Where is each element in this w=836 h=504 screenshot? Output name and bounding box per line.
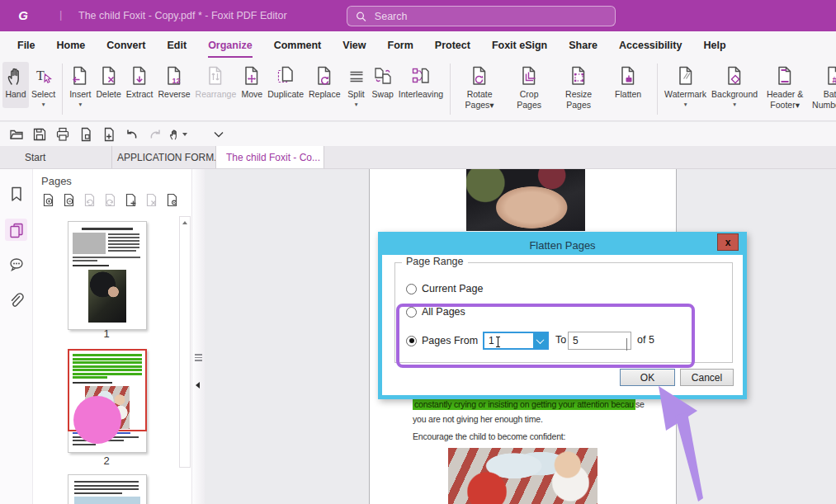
ribbon-bates-numbering-button[interactable]: # Bates Numbering▾ — [810, 62, 836, 118]
radio-current-page[interactable]: Current Page — [406, 283, 483, 294]
cancel-button[interactable]: Cancel — [680, 369, 734, 386]
menu-protect[interactable]: Protect — [424, 31, 481, 59]
more-tools-button[interactable] — [209, 125, 228, 144]
hand-icon — [5, 64, 26, 87]
caret-down-icon: ▾ — [355, 101, 358, 108]
search-box[interactable] — [347, 6, 616, 26]
radio-icon[interactable] — [406, 284, 417, 294]
zoom-out-thumbnails-button[interactable] — [62, 193, 76, 207]
page-thumbnail-3[interactable] — [68, 474, 147, 504]
menu-comment[interactable]: Comment — [263, 31, 333, 59]
menu-organize[interactable]: Organize — [197, 31, 263, 59]
svg-text:12: 12 — [172, 76, 181, 84]
rearrange-icon — [205, 64, 226, 87]
ribbon-resize-pages-button[interactable]: Resize Pages — [554, 62, 603, 118]
ribbon-interleaving-button[interactable]: Interleaving — [396, 62, 446, 108]
attachments-panel-button[interactable] — [5, 290, 27, 312]
svg-text:T: T — [36, 68, 45, 82]
hand-tool-button[interactable] — [168, 125, 187, 144]
ribbon-move-button[interactable]: Move — [239, 62, 265, 108]
print-button[interactable] — [53, 125, 72, 144]
bookmarks-panel-button[interactable] — [5, 182, 27, 205]
new-page-button[interactable] — [124, 193, 138, 207]
panel-splitter[interactable] — [191, 169, 205, 504]
menu-share[interactable]: Share — [558, 31, 608, 59]
tab-application-form[interactable]: APPLICATION FORM.pd... — [112, 146, 216, 168]
quick-access-toolbar — [0, 122, 836, 146]
page-setup-icon — [78, 127, 93, 142]
page-setup-button[interactable] — [76, 125, 95, 144]
menu-file[interactable]: File — [7, 31, 46, 59]
bookmark-icon — [8, 186, 25, 202]
comments-panel-button[interactable] — [5, 253, 27, 276]
splitter-grip-icon[interactable] — [195, 352, 202, 363]
split-icon — [346, 64, 367, 87]
ribbon-hand-button[interactable]: Hand — [2, 62, 29, 108]
ribbon-duplicate-button[interactable]: Duplicate — [265, 62, 306, 108]
menu-home[interactable]: Home — [46, 31, 97, 59]
ribbon-label: Move — [241, 89, 262, 100]
menu-accessibility[interactable]: Accessibility — [608, 31, 692, 59]
reverse-icon: 12 — [163, 64, 185, 87]
save-button[interactable] — [30, 125, 49, 144]
chevron-down-icon — [211, 127, 226, 142]
ribbon-rotate-pages-button[interactable]: Rotate Pages▾ — [455, 62, 504, 118]
tab-start[interactable]: Start — [0, 146, 112, 168]
tab-the-child-foxit[interactable]: The child Foxit - Co... × — [216, 146, 324, 168]
ribbon-extract-button[interactable]: Extract — [124, 62, 156, 108]
ribbon-background-button[interactable]: Background ▾ — [709, 62, 760, 108]
ribbon-watermark-button[interactable]: Watermark ▾ — [662, 62, 709, 108]
search-icon — [356, 11, 366, 22]
ribbon-label: Hand — [5, 89, 26, 100]
scroll-up-icon[interactable] — [182, 221, 187, 224]
collapse-panel-icon[interactable] — [196, 382, 200, 389]
menu-edit[interactable]: Edit — [157, 31, 198, 59]
page-properties-button[interactable] — [165, 193, 179, 207]
caret-down-icon: ▾ — [78, 101, 82, 108]
undo-button[interactable] — [122, 125, 141, 144]
pages-panel-button[interactable] — [5, 219, 27, 241]
ribbon-header-footer-button[interactable]: Header & Footer▾ — [760, 62, 810, 118]
menu-form[interactable]: Form — [377, 31, 424, 59]
page-number-label: 1 — [67, 327, 146, 340]
redo-button — [145, 125, 164, 144]
foxit-logo-icon: G — [15, 7, 31, 23]
menu-foxit-esign[interactable]: Foxit eSign — [481, 31, 558, 59]
ribbon-label: Bates Numbering▾ — [812, 89, 836, 110]
ribbon-replace-button[interactable]: Replace — [306, 62, 343, 108]
menu-convert[interactable]: Convert — [96, 31, 156, 59]
redacted-block — [73, 233, 106, 254]
create-page-button[interactable] — [99, 125, 118, 144]
pages-panel-toolbar — [41, 193, 179, 207]
ribbon-flatten-button[interactable]: Flatten — [603, 62, 653, 108]
ribbon-swap-button[interactable]: Swap — [370, 62, 396, 108]
interleaving-icon — [410, 64, 432, 87]
zoom-in-thumbnails-button[interactable] — [41, 193, 55, 207]
search-input[interactable] — [373, 10, 607, 23]
ribbon-crop-pages-button[interactable]: Crop Pages — [504, 62, 554, 118]
menu-view[interactable]: View — [332, 31, 376, 59]
flatten-pages-dialog: Flatten Pages x Page Range Current Page … — [378, 232, 747, 399]
radio-label: Current Page — [422, 283, 483, 294]
ribbon-split-button[interactable]: Split ▾ — [343, 62, 370, 108]
page-thumbnail-1[interactable] — [68, 221, 147, 330]
ribbon-label: Select — [31, 89, 55, 100]
ribbon-label: Header & Footer▾ — [763, 89, 807, 110]
ribbon-select-button[interactable]: T Select ▾ — [29, 62, 58, 108]
ribbon-label: Split — [347, 89, 364, 100]
ok-button[interactable]: OK — [620, 369, 675, 386]
open-file-button[interactable] — [7, 125, 26, 144]
ribbon-label: Crop Pages — [507, 89, 551, 110]
ribbon-reverse-button[interactable]: 12 Reverse — [156, 62, 193, 108]
dialog-close-button[interactable]: x — [717, 233, 739, 251]
open-folder-icon — [9, 127, 24, 142]
menu-help[interactable]: Help — [692, 31, 736, 59]
ribbon-insert-button[interactable]: Insert ▾ — [67, 62, 93, 108]
page-thumbnail-2[interactable] — [68, 349, 147, 453]
ribbon-label: Interleaving — [399, 89, 443, 100]
thumbnail-photo — [88, 270, 126, 323]
ribbon-label: Flatten — [606, 89, 650, 100]
ribbon-delete-button[interactable]: Delete — [93, 62, 123, 108]
pages-panel-title: Pages — [41, 175, 72, 187]
thumbnails-scrollbar[interactable] — [179, 216, 191, 468]
